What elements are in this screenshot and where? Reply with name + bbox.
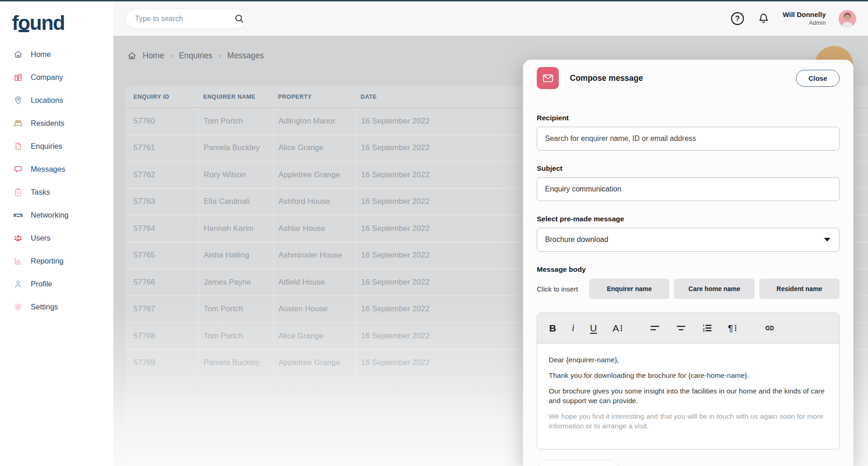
table-cell: Atfield House <box>273 269 361 296</box>
user-name: Will Donnelly <box>783 11 826 19</box>
sidebar-item-label: Profile <box>31 280 52 288</box>
underline-button[interactable]: U <box>590 323 597 333</box>
sidebar-item-label: Settings <box>31 303 58 311</box>
table-cell: 57763 <box>134 197 203 206</box>
table-cell: 57764 <box>134 224 203 233</box>
gear-icon <box>13 302 23 312</box>
close-button[interactable]: Close <box>796 70 840 87</box>
message-paragraph: We hope you find it interesting and that… <box>549 412 828 431</box>
help-icon: ? <box>730 11 745 26</box>
notifications-button[interactable] <box>757 12 770 25</box>
subject-input[interactable] <box>537 177 840 201</box>
table-cell: 57760 <box>134 117 203 126</box>
sidebar-item-reporting[interactable]: Reporting <box>0 249 113 272</box>
italic-button[interactable]: i <box>572 323 574 333</box>
paragraph-style-button[interactable]: ¶ <box>728 323 736 333</box>
sidebar-item-company[interactable]: Company <box>0 66 113 89</box>
search-input[interactable] <box>126 15 234 23</box>
sidebar-item-label: Tasks <box>31 188 50 197</box>
envelope-icon <box>537 67 559 89</box>
message-body-editor[interactable]: Dear {enquirer-name}, Thank you for down… <box>537 343 839 449</box>
person-icon <box>13 279 23 289</box>
sidebar-item-enquiries[interactable]: Enquiries <box>0 135 113 157</box>
sidebar-item-home[interactable]: Home <box>0 43 113 66</box>
link-button[interactable] <box>764 322 775 334</box>
rich-text-editor: B i U A ¶ Dear {enquirer-name} <box>537 313 840 449</box>
bell-icon <box>757 12 770 25</box>
premade-message-value: Brochure download <box>545 236 608 244</box>
user-role: Admin <box>783 19 826 27</box>
sidebar-item-label: Networking <box>31 211 69 219</box>
ordered-list-button[interactable] <box>702 323 712 333</box>
table-cell: 57768 <box>134 331 203 341</box>
sidebar-item-label: Residents <box>31 119 64 128</box>
sidebar-item-profile[interactable]: Profile <box>0 272 113 295</box>
table-cell: Pamela Buckley <box>199 135 278 162</box>
compose-title: Compose message <box>570 73 643 83</box>
search-icon[interactable] <box>234 14 244 23</box>
table-cell: Pamela Buckley <box>199 350 278 376</box>
sidebar-item-networking[interactable]: Networking <box>0 203 113 226</box>
align-center-button[interactable] <box>676 323 686 333</box>
table-cell: Rory Wilson <box>199 162 278 188</box>
editor-toolbar: B i U A ¶ <box>537 313 839 343</box>
sidebar-item-label: Users <box>31 234 50 242</box>
svg-text:?: ? <box>735 14 740 22</box>
link-icon <box>764 322 775 334</box>
user-avatar[interactable] <box>839 10 856 28</box>
handshake-icon <box>13 210 23 220</box>
message-body-label: Message body <box>537 265 840 274</box>
sidebar-item-label: Locations <box>31 96 63 105</box>
avatar-photo <box>839 10 856 28</box>
recipient-input[interactable] <box>537 127 840 151</box>
column-header-enquiry-id: ENQUIRY ID <box>134 94 203 100</box>
insert-hint: Click to insert <box>537 285 578 293</box>
message-paragraph: Thank you for downloading the brochure f… <box>549 371 828 381</box>
sidebar-item-label: Home <box>31 50 51 59</box>
table-cell: James Payne <box>199 269 278 296</box>
breadcrumb-home-icon <box>127 51 137 61</box>
sidebar-item-tasks[interactable]: Tasks <box>0 180 113 203</box>
compose-header: Compose message Close <box>537 60 840 95</box>
sidebar-item-messages[interactable]: Messages <box>0 157 113 180</box>
breadcrumb-home[interactable]: Home <box>143 51 164 61</box>
ordered-list-icon <box>702 323 712 333</box>
table-cell: Tom Portch <box>199 296 278 323</box>
premade-message-label: Select pre-made message <box>537 215 840 223</box>
table-cell: 57761 <box>134 143 203 152</box>
sidebar-item-residents[interactable]: Residents <box>0 112 113 135</box>
text-style-button[interactable]: A <box>612 323 622 333</box>
breadcrumb-enquiries[interactable]: Enquiries <box>179 51 212 61</box>
insert-care-home-name-button[interactable]: Care home name <box>674 279 754 299</box>
users-group-icon <box>13 233 23 243</box>
chevron-down-icon <box>824 238 830 241</box>
align-center-icon <box>676 323 686 333</box>
insert-resident-name-button[interactable]: Resident name <box>759 279 840 299</box>
user-block[interactable]: Will Donnelly Admin <box>783 11 826 27</box>
map-pin-icon <box>13 95 23 105</box>
app-screen: found Home Company Locations Resid <box>0 0 868 466</box>
table-cell: 57767 <box>134 304 203 314</box>
breadcrumb-messages: Messages <box>227 51 264 61</box>
insert-enquirer-name-button[interactable]: Enquirer name <box>589 279 669 299</box>
align-left-button[interactable] <box>650 323 660 333</box>
table-cell: Ashford House <box>273 189 361 215</box>
table-cell: Alice Grange <box>273 323 361 349</box>
sidebar-item-label: Enquiries <box>31 142 62 151</box>
sidebar-item-settings[interactable]: Settings <box>0 295 113 318</box>
sidebar-item-locations[interactable]: Locations <box>0 89 113 112</box>
send-button[interactable] <box>537 460 620 466</box>
breadcrumb: Home › Enquiries › Messages <box>127 51 264 61</box>
bold-button[interactable]: B <box>549 323 556 333</box>
table-cell: 57766 <box>134 278 203 287</box>
table-cell: Tom Portch <box>199 108 278 135</box>
sidebar-item-users[interactable]: Users <box>0 226 113 249</box>
topbar: ? Will Donnelly Admin <box>113 1 868 36</box>
brand-logo[interactable]: found <box>12 11 113 34</box>
premade-message-select[interactable]: Brochure download <box>537 228 840 252</box>
topbar-right: ? Will Donnelly Admin <box>730 10 856 28</box>
breadcrumb-separator: › <box>170 51 173 61</box>
logo-text-o: o <box>18 11 29 34</box>
clipboard-icon <box>13 187 23 197</box>
help-button[interactable]: ? <box>730 11 745 26</box>
